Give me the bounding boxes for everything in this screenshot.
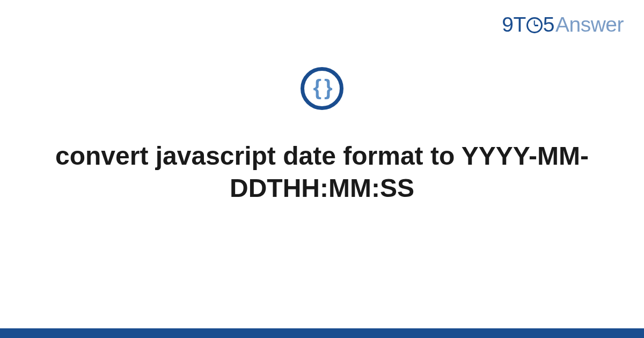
braces-icon: { }: [301, 67, 343, 110]
bottom-accent-bar: [0, 328, 644, 338]
site-logo: 9T 5 Answer: [502, 13, 624, 36]
logo-text-5: 5: [543, 13, 554, 36]
logo-text-9t: 9T: [502, 13, 526, 36]
clock-icon: [526, 17, 543, 33]
main-content: { } convert javascript date format to YY…: [0, 67, 644, 204]
braces-glyph: { }: [313, 77, 331, 98]
logo-text-answer: Answer: [555, 13, 624, 36]
page-title: convert javascript date format to YYYY-M…: [54, 140, 590, 204]
